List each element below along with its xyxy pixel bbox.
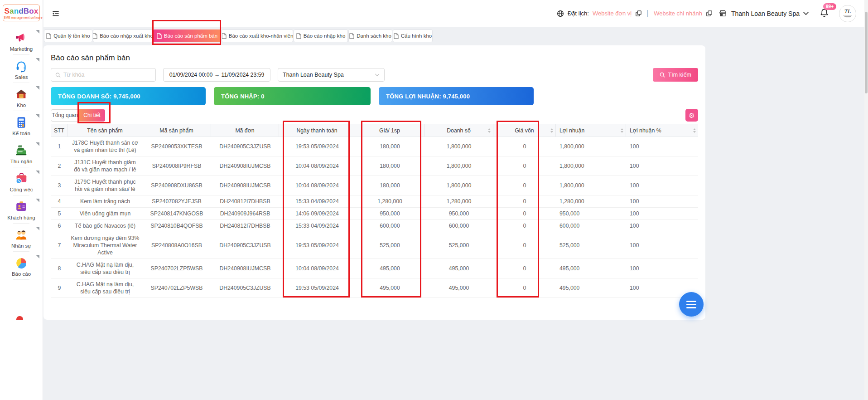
table-cell: 495,000 [424,263,493,274]
view-toggle: Tổng quan Chi tiết ⚙ [51,109,698,122]
search-button[interactable]: Tìm kiếm [653,68,698,82]
divider [647,10,648,17]
table-row[interactable]: 2J131C Huyết thanh giảm đỏ và giãn mao m… [51,156,698,176]
table-cell: 1,800,000 [556,160,626,172]
submenu-corner-icon [36,30,39,34]
branch-select-value: Thanh Loan Beauty Spa [283,72,344,78]
website-unit-link[interactable]: Website đơn vị [593,10,632,17]
tab-bao-cao-nhap-kho[interactable]: Báo cáo nhập kho [294,29,348,42]
search-button-label: Tìm kiếm [668,72,691,78]
chevron-down-icon[interactable] [803,12,809,15]
booking-label: Đặt lịch: [568,10,589,17]
sidebar-item-kho[interactable]: Kho [0,83,43,111]
search-input[interactable] [51,68,156,82]
table-cell: 1,280,000 [424,195,493,207]
tab-bao-cao-nhap-xuat-kho[interactable]: Báo cáo nhập xuất kho [93,29,153,42]
sort-caret-icon[interactable] [488,128,491,133]
notification-bell[interactable]: 99+ [820,8,829,19]
sidebar-item-khach-hang[interactable]: Khách hàng [0,195,43,224]
table-cell: 0 [493,263,556,274]
branch-select[interactable]: Thanh Loan Beauty Spa [278,68,385,82]
copy-icon[interactable] [635,10,642,17]
col-loi-nhuan[interactable]: Lợi nhuận [556,124,626,137]
table-cell: C.HAG Mặt nạ làm dịu, siêu cấp sau điều … [68,259,142,278]
table-cell: 950,000 [355,208,424,220]
table-row[interactable]: 3J179C Huyết thanh phục hồi và giảm nhăn… [51,176,698,195]
table-cell: Viên uống giảm mụn [68,208,142,220]
branch-selector[interactable]: Thanh Loan Beauty Spa [731,10,800,17]
copy-icon[interactable] [706,10,713,17]
tab-cau-hinh-kho[interactable]: Cấu hình kho [393,29,433,42]
table-cell: 180,000 [355,160,424,172]
table-row[interactable]: 5Viên uống giảm mụnSP2408147KNGOSBDH2409… [51,208,698,220]
table-cell: 525,000 [556,239,626,251]
table-cell: 1,800,000 [424,160,493,172]
website-branch-link[interactable]: Website chi nhánh [654,10,702,17]
sort-caret-icon[interactable] [550,128,553,133]
table-cell: 1,280,000 [355,195,424,207]
doc-icon [394,33,399,39]
table-cell: 2 [51,160,68,172]
notification-badge: 99+ [823,3,836,10]
sort-caret-icon[interactable] [693,128,696,133]
tab-bao-cao-san-pham-ban[interactable]: Báo cáo sản phẩm bán [153,29,221,42]
table-cell: 1 [51,141,68,152]
overview-button[interactable]: Tổng quan [51,109,79,122]
table-cell: DH240905C3JZUSB [211,282,279,294]
table-cell: DH240812I7DHBSB [211,195,279,207]
col-loi-nhuan-pct[interactable]: Lợi nhuận % [626,124,698,137]
sidebar-item-label: Thu ngân [10,159,33,164]
table-cell: DH240908IUJMCSB [211,180,279,191]
avatar[interactable]: TL [839,5,856,22]
doc-icon [46,33,51,39]
table-cell: SP240702LZP5WSB [142,282,211,294]
table-cell: SP240908DXU86SB [142,180,211,191]
table-cell: 100 [626,180,698,191]
report-table: STT Tên sản phẩm Mã sản phẩm Mã đơn Ngày… [51,124,698,298]
col-gia-von[interactable]: Giá vốn [493,124,556,137]
sidebar-item-ke-toan[interactable]: Kế toán [0,111,43,139]
table-cell: 1,800,000 [424,141,493,152]
menu-fold-icon[interactable] [50,8,62,20]
gear-icon[interactable]: ⚙ [685,109,698,122]
table-row[interactable]: 1J178C Huyết thanh săn cơ và giảm nhăn t… [51,137,698,156]
tab-danh-sach-kho[interactable]: Danh sách kho [348,29,392,42]
table-cell: 1,800,000 [556,180,626,191]
briefcase-clock-icon [14,172,28,185]
fab-menu-button[interactable] [679,292,704,317]
tab-bao-cao-xuat-kho-nhan-vien[interactable]: Báo cáo xuất kho-nhân viên [222,29,293,42]
sidebar-item-marketing[interactable]: Marketing [0,27,43,55]
table-cell: C.HAG Mặt nạ làm dịu, siêu cấp sau điều … [68,278,142,298]
table-cell: 600,000 [424,220,493,232]
table-row[interactable]: 7Kem dưỡng ngày đêm 93% Miraculum Therma… [51,232,698,259]
col-doanh-so[interactable]: Doanh số [424,124,493,137]
detail-button[interactable]: Chi tiết [79,109,105,122]
page-title: Báo cáo sản phẩm bán [51,54,698,63]
scrollbar-thumb[interactable] [865,12,868,93]
table-cell: 495,000 [355,263,424,274]
table-cell: SP240808A0O16SB [142,239,211,251]
sidebar-item-sales[interactable]: Sales [0,55,43,83]
sidebar-item-thu-ngan[interactable]: Thu ngân [0,139,43,167]
date-range-input[interactable]: 01/09/2024 00:00 → 11/09/2024 23:59 [163,68,270,82]
sidebar-item-cong-viec[interactable]: Công việc [0,167,43,195]
sidebar-item-label: Sales [15,74,28,80]
table-cell: 100 [626,220,698,232]
sort-caret-icon[interactable] [621,128,623,133]
table-row[interactable]: 4Kem làm trắng náchSP2407082YJEJSBDH2408… [51,195,698,208]
table-cell: 5 [51,208,68,220]
table-cell: 100 [626,239,698,251]
table-header: STT Tên sản phẩm Mã sản phẩm Mã đơn Ngày… [51,124,698,137]
sidebar-item-nhan-su[interactable]: Nhân sự [0,224,43,252]
people-icon [14,228,28,242]
table-row[interactable]: 9C.HAG Mặt nạ làm dịu, siêu cấp sau điều… [51,278,698,298]
table-row[interactable]: 6Tế bào gốc Navacos (lẻ)SP240810B4QOFSBD… [51,220,698,232]
tab-quan-ly-ton-kho[interactable]: Quản lý tồn kho [44,29,92,42]
sidebar-item-bao-cao[interactable]: Báo cáo [0,252,43,280]
table-cell: 495,000 [556,263,626,274]
table-cell: J131C Huyết thanh giảm đỏ và giãn mao mạ… [68,156,142,176]
table-row[interactable]: 8C.HAG Mặt nạ làm dịu, siêu cấp sau điều… [51,259,698,278]
keyword-field[interactable] [63,72,151,78]
table-cell: Kem dưỡng ngày đêm 93% Miraculum Thermal… [68,232,142,259]
table-cell: 19:53 05/09/2024 [279,239,355,251]
